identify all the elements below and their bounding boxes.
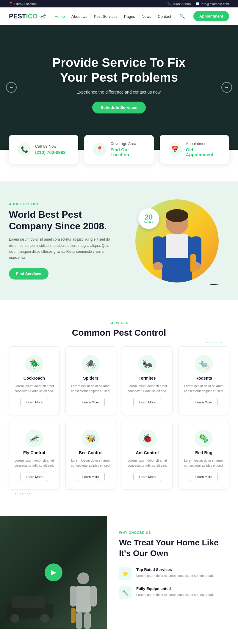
svg-rect-3 [166, 234, 188, 258]
ant-learn-btn[interactable]: Learn More [133, 473, 161, 481]
call-value: (210) 763-6992 [35, 150, 66, 155]
service-card-bee: 🐝 Bee Control Lorem ipsum dolor sit amet… [65, 421, 116, 490]
nav-about[interactable]: About Us [71, 14, 87, 19]
svg-point-6 [153, 262, 163, 270]
service-card-spiders: 🕷️ Spiders Lorem ipsum dolor sit amet co… [65, 346, 116, 415]
termites-icon: 🐜 [138, 355, 156, 373]
top-rated-icon: ⭐ [119, 567, 131, 580]
search-icon[interactable]: 🔍 [179, 14, 185, 19]
discount-percent: 20 [145, 214, 153, 221]
svg-rect-19 [71, 608, 76, 623]
bedbug-name: Bed Bug [195, 450, 212, 455]
bee-learn-btn[interactable]: Learn More [77, 473, 105, 481]
hero-next-arrow[interactable]: → [221, 82, 232, 93]
topbar-phone[interactable]: 📞 4008888888 [167, 2, 191, 6]
about-heading: World Best Pest Company Since 2008. [9, 209, 113, 232]
equipped-title: Fully Equipmented [136, 586, 214, 591]
team-section: OUR TEAM Pest Control Experts [0, 629, 238, 644]
equipped-icon: 🔧 [119, 586, 131, 599]
appointment-button[interactable]: Appointment [193, 11, 229, 21]
svg-rect-15 [70, 586, 76, 607]
call-label: Call Us Now [35, 144, 66, 149]
about-text: ABOUT PESTICO World Best Pest Company Si… [9, 202, 113, 279]
bedbug-learn-btn[interactable]: Learn More [190, 473, 218, 481]
fly-name: Fly Control [23, 450, 45, 455]
schedule-button[interactable]: Schedule Services [92, 102, 146, 113]
service-card-rodents: 🐀 Rodents Lorem ipsum dolor sit amet con… [178, 346, 229, 415]
cockroach-name: Cockroach [24, 376, 45, 381]
play-button[interactable]: ▶ [45, 564, 62, 581]
email-icon: ✉️ [195, 2, 200, 6]
feature-top-rated: ⭐ Top Rated Services Lorem ipsum dolor s… [119, 567, 226, 580]
about-label: ABOUT PESTICO [9, 202, 113, 206]
nav-home[interactable]: Home [54, 14, 65, 19]
call-icon: 📞 [18, 143, 31, 156]
cockroach-learn-btn[interactable]: Learn More [20, 398, 48, 406]
termites-desc: Lorem ipsum dolor sit amet consectetur a… [127, 383, 167, 393]
spiders-learn-btn[interactable]: Learn More [77, 398, 105, 406]
logo: PESTICO 🦟 [9, 12, 46, 20]
about-image: 20 % OFF ●●●●●●●●● [125, 199, 229, 282]
rodents-name: Rodents [195, 376, 212, 381]
why-heading: We Treat Your Home Like It's Our Own [119, 537, 226, 559]
topbar-location[interactable]: 📍 Find A Location [9, 2, 37, 6]
hero-prev-arrow[interactable]: ← [6, 82, 17, 93]
bedbug-desc: Lorem ipsum dolor sit amet consectetur a… [184, 458, 224, 468]
bee-desc: Lorem ipsum dolor sit amet consectetur a… [71, 458, 111, 468]
spiders-icon: 🕷️ [82, 355, 100, 373]
fly-learn-btn[interactable]: Learn More [20, 473, 48, 481]
topbar: 📍 Find A Location 📞 4008888888 ✉️ Info@e… [0, 0, 238, 7]
nav-pages[interactable]: Pages [124, 14, 135, 19]
why-image: ▶ [0, 516, 107, 629]
nav-news[interactable]: News [142, 14, 151, 19]
cockroach-desc: Lorem ipsum dolor sit amet consectetur a… [14, 383, 54, 393]
cockroach-icon: 🪲 [25, 355, 43, 373]
svg-point-11 [10, 614, 19, 623]
nav-services[interactable]: Pest Services [94, 14, 118, 19]
svg-rect-8 [190, 254, 196, 272]
why-section: ▶ WHY CHOOSE US We Treat Your Home Like … [0, 516, 238, 629]
svg-rect-16 [90, 586, 97, 607]
ant-desc: Lorem ipsum dolor sit amet consectetur a… [127, 458, 167, 468]
svg-rect-14 [76, 586, 91, 613]
topbar-email[interactable]: ✉️ Info@example.com [195, 2, 229, 6]
coverage-label: Coverage Area [110, 141, 145, 146]
spiders-desc: Lorem ipsum dolor sit amet consectetur a… [71, 383, 111, 393]
discount-off: % OFF [144, 221, 154, 224]
topbar-left: 📍 Find A Location [9, 2, 37, 6]
appointment-value: Get Appointment [186, 147, 220, 157]
rodents-learn-btn[interactable]: Learn More [190, 398, 218, 406]
fly-desc: Lorem ipsum dolor sit amet consectetur a… [14, 458, 54, 468]
ant-icon: 🐞 [138, 430, 156, 447]
rodents-icon: 🐀 [195, 355, 213, 373]
bee-icon: 🐝 [82, 430, 100, 447]
hero-heading: Provide Service To Fix Your Pest Problem… [42, 55, 196, 85]
fly-icon: 🦟 [25, 430, 43, 447]
service-card-ant: 🐞 Ant Control Lorem ipsum dolor sit amet… [122, 421, 173, 490]
nav-contact[interactable]: Contact [158, 14, 171, 19]
info-card-coverage: 📍 Coverage Area Find Our Location [84, 135, 154, 164]
services-section: SERVICES Common Pest Control ●●●●●●●● 🪲 … [0, 300, 238, 516]
appointment-icon: 📅 [169, 143, 182, 156]
equipped-desc: Lorem ipsum dolor sit amet consect. elt … [136, 592, 214, 598]
service-card-fly: 🦟 Fly Control Lorem ipsum dolor sit amet… [9, 421, 60, 490]
find-services-button[interactable]: Find Services [9, 268, 48, 280]
svg-rect-10 [12, 596, 45, 608]
termites-learn-btn[interactable]: Learn More [133, 398, 161, 406]
why-label: WHY CHOOSE US [119, 531, 226, 534]
info-card-call: 📞 Call Us Now (210) 763-6992 [9, 135, 78, 164]
rodents-desc: Lorem ipsum dolor sit amet consectetur a… [184, 383, 224, 393]
services-label: SERVICES [9, 321, 229, 325]
info-card-appointment: 📅 Appointment Get Appointment [160, 135, 229, 164]
svg-rect-4 [153, 236, 163, 266]
coverage-icon: 📍 [93, 143, 106, 156]
bee-name: Bee Control [79, 450, 102, 455]
feature-equipped: 🔧 Fully Equipmented Lorem ipsum dolor si… [119, 586, 226, 599]
svg-rect-18 [84, 613, 91, 629]
info-cards: 📞 Call Us Now (210) 763-6992 📍 Coverage … [0, 135, 238, 164]
phone-icon: 📞 [167, 2, 171, 6]
appointment-label: Appointment [186, 141, 220, 146]
hero-subheading: Experience the difference and contact us… [76, 90, 162, 94]
svg-point-1 [166, 209, 188, 222]
pin-icon: 📍 [9, 2, 13, 6]
